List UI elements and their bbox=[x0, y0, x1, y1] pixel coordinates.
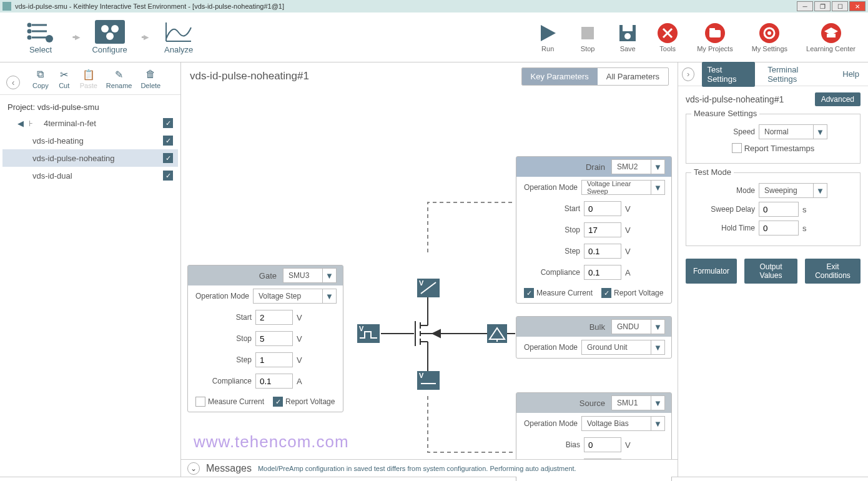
workflow-analyze[interactable]: Analyze bbox=[150, 20, 207, 54]
drain-start-input[interactable] bbox=[584, 201, 621, 216]
title-bar: vds-id-pulse-smu - Keithley Interactive … bbox=[0, 0, 868, 12]
gate-step-input[interactable] bbox=[255, 352, 293, 367]
settings-button[interactable]: My Settings bbox=[752, 22, 787, 52]
forward-button[interactable]: › bbox=[682, 67, 694, 81]
svg-point-5 bbox=[28, 36, 31, 39]
workflow-select[interactable]: + Select bbox=[12, 20, 69, 54]
drain-smu-select[interactable]: SMU2▼ bbox=[611, 159, 665, 174]
maximize-button[interactable]: ☐ bbox=[832, 1, 848, 11]
checkbox-icon[interactable]: ✓ bbox=[163, 171, 173, 181]
tab-help[interactable]: Help bbox=[837, 66, 864, 82]
watermark: www.tehencom.com bbox=[194, 432, 349, 452]
gate-config: Gate SMU3▼ Operation Mode Voltage Step▼ … bbox=[187, 265, 343, 412]
tree-device[interactable]: ◀ ⊦ 4terminal-n-fet ✓ bbox=[2, 114, 178, 132]
drain-opmode-select[interactable]: Voltage Linear Sweep▼ bbox=[581, 180, 665, 195]
speed-select[interactable]: Normal▼ bbox=[759, 124, 827, 139]
svg-text:+: + bbox=[47, 36, 51, 42]
stop-button[interactable]: Stop bbox=[577, 22, 598, 52]
svg-point-3 bbox=[28, 24, 31, 26]
tab-terminal-settings[interactable]: Terminal Settings bbox=[762, 62, 830, 87]
app-icon bbox=[2, 2, 11, 11]
report-timestamps-checkbox[interactable]: Report Timestamps bbox=[732, 143, 815, 153]
exit-conditions-button[interactable]: Exit Conditions bbox=[805, 259, 861, 284]
svg-rect-14 bbox=[581, 27, 594, 39]
tab-all-params[interactable]: All Parameters bbox=[598, 68, 668, 85]
workflow-configure[interactable]: Configure bbox=[82, 20, 138, 54]
measure-settings: Measure Settings Speed Normal▼ Report Ti… bbox=[686, 114, 861, 164]
chevron-down-icon: ▼ bbox=[651, 417, 664, 430]
hold-time-input[interactable] bbox=[759, 221, 799, 236]
svg-point-26 bbox=[767, 31, 771, 35]
bulk-symbol bbox=[487, 324, 507, 343]
advanced-button[interactable]: Advanced bbox=[815, 92, 861, 106]
analyze-icon bbox=[164, 20, 194, 44]
back-button[interactable]: ‹ bbox=[6, 76, 20, 89]
chevron-down-icon: ▼ bbox=[813, 184, 827, 197]
window-controls: ─ ❐ ☐ ✕ bbox=[796, 1, 866, 11]
save-button[interactable]: Save bbox=[617, 22, 638, 52]
drain-symbol: V bbox=[417, 279, 440, 297]
test-title: vds-id-pulse-noheating#1 bbox=[190, 70, 309, 82]
learning-button[interactable]: Learning Center bbox=[806, 22, 856, 52]
main-toolbar: + Select ▪▪▪▪▶ Configure ▪▪▪▪▶ Analyze R… bbox=[0, 12, 868, 62]
gate-opmode-select[interactable]: Voltage Step▼ bbox=[253, 289, 337, 304]
svg-line-35 bbox=[421, 282, 436, 294]
tree-item[interactable]: vds-id-dual ✓ bbox=[2, 167, 178, 184]
formulator-button[interactable]: Formulator bbox=[686, 259, 737, 284]
gate-measure-current[interactable]: Measure Current bbox=[195, 397, 264, 407]
drain-stop-input[interactable] bbox=[584, 222, 621, 237]
arrow-icon: ▪▪▪▪▶ bbox=[142, 33, 147, 41]
sweep-delay-input[interactable] bbox=[759, 202, 799, 217]
run-button[interactable]: Run bbox=[537, 22, 558, 52]
project-label: Project: vds-id-pulse-smu bbox=[2, 100, 178, 114]
mode-select[interactable]: Sweeping▼ bbox=[759, 183, 827, 198]
project-panel: ‹ ⧉Copy ✂Cut 📋Paste ✎Rename 🗑Delete Proj… bbox=[0, 62, 181, 477]
svg-rect-29 bbox=[827, 34, 836, 37]
drain-step-input[interactable] bbox=[584, 244, 621, 259]
svg-point-17 bbox=[624, 33, 631, 39]
select-icon: + bbox=[26, 20, 56, 44]
arrow-icon: ▪▪▪▪▶ bbox=[72, 33, 78, 41]
gate-smu-select[interactable]: SMU3▼ bbox=[283, 268, 337, 283]
svg-rect-22 bbox=[709, 30, 721, 37]
chevron-down-icon: ▼ bbox=[322, 289, 336, 303]
tab-key-params[interactable]: Key Parameters bbox=[522, 68, 598, 85]
drain-report-voltage[interactable]: ✓Report Voltage bbox=[601, 288, 663, 298]
collapse-icon[interactable]: ◀ bbox=[17, 119, 24, 128]
rename-button[interactable]: ✎Rename bbox=[106, 67, 132, 89]
settings-title: vds-id-pulse-noheating#1 bbox=[686, 94, 784, 104]
tree-item-selected[interactable]: vds-id-pulse-noheating ✓ bbox=[2, 149, 178, 167]
expand-messages-icon[interactable]: ⌄ bbox=[187, 462, 200, 475]
close-button[interactable]: ✕ bbox=[849, 1, 866, 11]
checkbox-icon[interactable]: ✓ bbox=[163, 118, 173, 128]
test-mode: Test Mode Mode Sweeping▼ Sweep Delays Ho… bbox=[686, 172, 861, 246]
edit-toolbar: ‹ ⧉Copy ✂Cut 📋Paste ✎Rename 🗑Delete bbox=[0, 62, 180, 95]
gate-stop-input[interactable] bbox=[255, 331, 293, 346]
gate-compliance-input[interactable] bbox=[255, 374, 293, 389]
gate-start-input[interactable] bbox=[255, 310, 293, 325]
projects-button[interactable]: My Projects bbox=[697, 22, 732, 52]
source-symbol: V bbox=[417, 371, 440, 390]
paste-button[interactable]: 📋Paste bbox=[80, 67, 97, 89]
chevron-down-icon: ▼ bbox=[651, 160, 664, 174]
delete-button[interactable]: 🗑Delete bbox=[141, 67, 160, 89]
cut-button[interactable]: ✂Cut bbox=[57, 67, 71, 89]
checkbox-icon[interactable]: ✓ bbox=[163, 136, 173, 146]
tab-test-settings[interactable]: Test Settings bbox=[702, 62, 755, 87]
svg-point-8 bbox=[101, 25, 109, 32]
tools-button[interactable]: Tools bbox=[657, 22, 678, 52]
tree-item[interactable]: vds-id-heating ✓ bbox=[2, 132, 178, 149]
param-toggle: Key Parameters All Parameters bbox=[521, 67, 669, 86]
checkbox-icon[interactable]: ✓ bbox=[163, 153, 173, 163]
drain-compliance-input[interactable] bbox=[584, 265, 621, 280]
gate-report-voltage[interactable]: ✓Report Voltage bbox=[273, 397, 335, 407]
output-values-button[interactable]: Output Values bbox=[744, 259, 797, 284]
chevron-down-icon: ▼ bbox=[651, 181, 664, 194]
copy-button[interactable]: ⧉Copy bbox=[32, 67, 49, 89]
messages-bar: ⌄ Messages Model/PreAmp configuration in… bbox=[181, 459, 678, 477]
svg-rect-23 bbox=[709, 28, 715, 31]
minimize-button[interactable]: ─ bbox=[797, 1, 813, 11]
svg-marker-13 bbox=[541, 25, 556, 41]
chevron-down-icon: ▼ bbox=[813, 125, 827, 139]
restore-button[interactable]: ❐ bbox=[814, 1, 831, 11]
